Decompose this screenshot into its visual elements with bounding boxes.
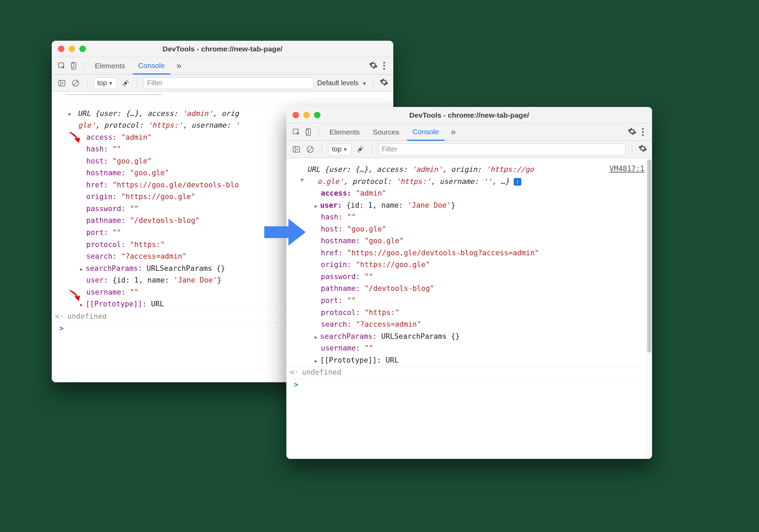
console-output[interactable]: VM4817:1 ▼ URL {user: {…}, access: 'admi… [286, 158, 652, 459]
sidebar-toggle-icon[interactable] [57, 78, 67, 88]
prop-hash: hash: "" [286, 211, 652, 223]
device-icon[interactable] [304, 127, 314, 137]
scrollbar[interactable] [647, 158, 652, 459]
prop-prototype[interactable]: ▶[[Prototype]]: URL [286, 354, 652, 367]
divider [322, 145, 322, 154]
prop-access: access: "admin" [286, 187, 652, 199]
tab-elements[interactable]: Elements [324, 124, 365, 140]
titlebar[interactable]: DevTools - chrome://new-tab-page/ [52, 41, 393, 57]
prop-user[interactable]: ▶user: {id: 1, name: 'Jane Doe'} [286, 199, 652, 211]
divider [373, 78, 373, 88]
more-tabs[interactable]: » [447, 127, 460, 137]
zoom-dot[interactable] [79, 46, 86, 52]
prop-origin: origin: "https://goo.gle" [286, 259, 652, 271]
expand-icon[interactable]: ▶ [315, 203, 320, 210]
zoom-dot[interactable] [314, 112, 321, 118]
inspect-icon[interactable] [291, 127, 302, 137]
tab-console[interactable]: Console [133, 58, 170, 75]
tab-bar: Elements Sources Console » [286, 124, 652, 141]
prop-password: password: "" [286, 271, 652, 283]
window-controls [58, 46, 86, 52]
close-dot[interactable] [293, 112, 299, 118]
expand-icon[interactable]: ▶ [315, 334, 320, 341]
divider [319, 127, 319, 137]
object-summary[interactable]: ▼ URL {user: {…}, access: 'admin', origi… [286, 164, 652, 176]
scrollbar-thumb[interactable] [647, 159, 651, 353]
prop-username: username: "" [286, 342, 652, 354]
prop-host: host: "goo.gle" [286, 223, 652, 235]
prop-hostname: hostname: "goo.gle" [286, 235, 652, 247]
svg-line-6 [73, 81, 78, 85]
filter-input[interactable]: Filter [144, 77, 314, 89]
prop-pathname: pathname: "/devtools-blog" [286, 283, 652, 295]
object-summary-line2: o.gle', protocol: 'https:', username: ''… [286, 176, 652, 188]
expand-icon[interactable]: ▼ [68, 111, 73, 118]
settings-icon[interactable] [369, 61, 378, 71]
svg-point-15 [359, 148, 362, 151]
tab-elements[interactable]: Elements [89, 57, 131, 74]
context-selector[interactable]: top▼ [93, 77, 117, 89]
minimize-dot[interactable] [69, 46, 75, 52]
console-settings-icon[interactable] [379, 78, 388, 88]
svg-rect-2 [71, 63, 74, 68]
svg-line-14 [308, 147, 312, 151]
console-toolbar: top▼ Filter Default levels ▼ [52, 75, 393, 92]
titlebar[interactable]: DevTools - chrome://new-tab-page/ [286, 107, 652, 124]
log-levels[interactable]: Default levels ▼ [317, 79, 367, 87]
window-title: DevTools - chrome://new-tab-page/ [286, 111, 652, 119]
divider [632, 145, 632, 154]
prop-searchparams[interactable]: ▶searchParams: URLSearchParams {} [286, 331, 652, 343]
close-dot[interactable] [58, 46, 65, 52]
devtools-window-after: DevTools - chrome://new-tab-page/ Elemen… [286, 107, 652, 459]
annotation-arrow-icon [68, 130, 82, 144]
prop-search: search: "?access=admin" [286, 318, 652, 331]
source-link[interactable]: VM4817:1 [610, 163, 648, 175]
prop-protocol: protocol: "https:" [286, 307, 652, 319]
expand-icon[interactable]: ▶ [80, 301, 86, 309]
clear-console-icon[interactable] [70, 78, 81, 88]
expand-icon[interactable]: ▼ [300, 176, 306, 184]
prop-href: href: "https://goo.gle/devtools-blog?acc… [286, 247, 652, 259]
window-controls [293, 112, 321, 118]
tab-bar: Elements Console » [52, 57, 393, 75]
transition-arrow-icon [264, 217, 306, 248]
console-toolbar: top▼ Filter [286, 141, 652, 158]
truncated-line: ‾‾‾‾‾‾‾‾‾‾‾‾‾‾‾‾‾‾‾‾‾‾ [52, 92, 393, 104]
svg-rect-3 [59, 80, 65, 86]
annotation-arrow-icon [68, 288, 82, 302]
result-row: <·undefined [286, 366, 652, 379]
sidebar-toggle-icon[interactable] [291, 144, 302, 155]
info-badge-icon[interactable]: i [514, 178, 521, 186]
live-expression-icon[interactable] [120, 78, 131, 88]
expand-icon[interactable]: ▶ [80, 266, 86, 273]
inspect-icon[interactable] [57, 61, 67, 71]
divider [84, 61, 85, 71]
prompt[interactable]: > [286, 379, 652, 391]
minimize-dot[interactable] [303, 112, 310, 118]
svg-rect-10 [306, 129, 308, 134]
divider [372, 145, 372, 154]
more-tabs[interactable]: » [172, 60, 186, 71]
tab-sources[interactable]: Sources [367, 124, 405, 140]
svg-rect-11 [293, 147, 299, 152]
live-expression-icon[interactable] [355, 144, 365, 155]
filter-input[interactable]: Filter [378, 144, 625, 155]
prop-port: port: "" [286, 295, 652, 307]
console-settings-icon[interactable] [638, 144, 647, 155]
window-title: DevTools - chrome://new-tab-page/ [52, 45, 393, 53]
device-icon[interactable] [69, 61, 79, 71]
tab-console[interactable]: Console [407, 124, 445, 141]
menu-icon[interactable] [642, 128, 644, 136]
divider [87, 78, 87, 88]
menu-icon[interactable] [383, 62, 385, 70]
settings-icon[interactable] [628, 127, 637, 137]
divider [137, 78, 137, 88]
expand-icon[interactable]: ▶ [315, 357, 320, 365]
clear-console-icon[interactable] [305, 144, 315, 155]
svg-point-7 [124, 82, 127, 85]
context-selector[interactable]: top▼ [328, 144, 352, 155]
